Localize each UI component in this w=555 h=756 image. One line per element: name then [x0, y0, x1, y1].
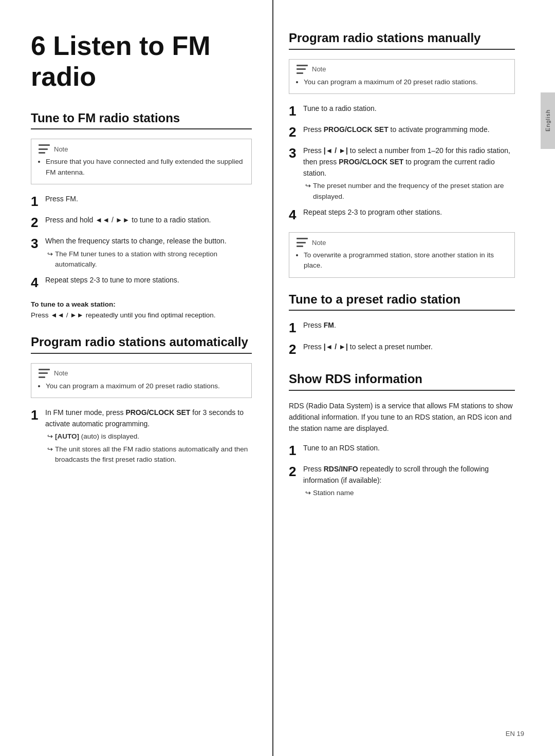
note-icon	[39, 144, 50, 154]
page: English 6 Listen to FM radio Tune to FM …	[0, 0, 555, 756]
chapter-title: 6 Listen to FM radio	[31, 31, 252, 92]
note-icon-overwrite	[297, 238, 308, 247]
step-3-num: 3	[31, 236, 45, 252]
step-4-num: 4	[31, 275, 45, 291]
rds-step-1: 1 Tune to an RDS station.	[289, 443, 515, 459]
step-4: 4 Repeat steps 2-3 to tune to more stati…	[31, 275, 252, 291]
step-3: 3 When the frequency starts to change, r…	[31, 236, 252, 270]
note-icon-manual	[297, 65, 308, 74]
manual-step-4: 4 Repeat steps 2-3 to program other stat…	[289, 207, 515, 223]
auto-arrow-text-2: The unit stores all the FM radio station…	[55, 444, 252, 465]
manual-step-1: 1 Tune to a radio station.	[289, 103, 515, 119]
note-text-tune-fm: Ensure that you have connected and fully…	[39, 157, 244, 178]
rds-step-1-num: 1	[289, 443, 303, 459]
preset-step-2-text: Press |◄ / ►| to select a preset number.	[303, 342, 515, 353]
note-icon-auto	[39, 369, 50, 378]
note-box-manual: Note You can program a maximum of 20 pre…	[289, 59, 515, 94]
rds-step-2-num: 2	[289, 464, 303, 480]
steps-auto: 1 In FM tuner mode, press PROG/CLOCK SET…	[31, 407, 252, 465]
rds-step-1-text: Tune to an RDS station.	[303, 443, 515, 454]
step-2-text: Press and hold ◄◄ / ►► to tune to a radi…	[45, 215, 252, 226]
manual-arrow-note-1: ↪ The preset number and the frequency of…	[305, 181, 515, 202]
section-manual-heading: Program radio stations manually	[289, 31, 515, 50]
step-3-text: When the frequency starts to change, rel…	[45, 236, 252, 270]
preset-step-1-text: Press FM.	[303, 320, 515, 331]
arrow-note-1: ↪ The FM tuner tunes to a station with s…	[47, 249, 252, 270]
preset-step-1: 1 Press FM.	[289, 320, 515, 336]
note-text-manual: You can program a maximum of 20 preset r…	[297, 77, 507, 87]
manual-step-3: 3 Press |◄ / ►| to select a number from …	[289, 145, 515, 202]
steps-rds: 1 Tune to an RDS station. 2 Press RDS/IN…	[289, 443, 515, 499]
auto-step-1: 1 In FM tuner mode, press PROG/CLOCK SET…	[31, 407, 252, 465]
language-tab: English	[541, 92, 555, 149]
step-2: 2 Press and hold ◄◄ / ►► to tune to a ra…	[31, 215, 252, 231]
manual-step-1-num: 1	[289, 103, 303, 119]
rds-step-2-text: Press RDS/INFO repeatedly to scroll thro…	[303, 464, 515, 499]
note-text-overwrite: To overwrite a programmed station, store…	[297, 250, 507, 271]
section-preset-heading: Tune to a preset radio station	[289, 292, 515, 311]
rds-arrow-note-1: ↪ Station name	[305, 488, 515, 498]
note-label-overwrite: Note	[312, 239, 326, 247]
note-label: Note	[54, 145, 68, 153]
note-box-overwrite: Note To overwrite a programmed station, …	[289, 232, 515, 278]
section-tune-fm-heading: Tune to FM radio stations	[31, 111, 252, 130]
manual-step-4-text: Repeat steps 2-3 to program other statio…	[303, 207, 515, 218]
step-1: 1 Press FM.	[31, 194, 252, 210]
footer: EN 19	[506, 730, 524, 738]
note-item-manual: You can program a maximum of 20 preset r…	[304, 77, 507, 87]
language-label: English	[545, 109, 551, 131]
auto-arrow-text-1: [AUTO] (auto) is displayed.	[55, 431, 139, 442]
note-label-manual: Note	[312, 65, 326, 73]
note-item: Ensure that you have connected and fully…	[46, 157, 244, 178]
note-header-manual: Note	[297, 65, 507, 74]
manual-step-2-num: 2	[289, 124, 303, 140]
right-column: Program radio stations manually Note You…	[272, 0, 541, 756]
preset-step-2-num: 2	[289, 342, 303, 357]
steps-tune-fm: 1 Press FM. 2 Press and hold ◄◄ / ►► to …	[31, 194, 252, 291]
arrow-icon-manual-1: ↪	[305, 181, 311, 191]
section-manual-program: Program radio stations manually Note You…	[289, 31, 515, 278]
arrow-icon-auto-2: ↪	[47, 444, 53, 455]
section-auto-program-heading: Program radio stations automatically	[31, 335, 252, 354]
section-tune-fm: Tune to FM radio stations Note Ensure th…	[31, 111, 252, 320]
manual-step-3-num: 3	[289, 145, 303, 161]
manual-step-2-text: Press PROG/CLOCK SET to activate program…	[303, 124, 515, 136]
note-header: Note	[39, 144, 244, 154]
section-rds-heading: Show RDS information	[289, 372, 515, 391]
note-header-auto: Note	[39, 369, 244, 378]
rds-step-2: 2 Press RDS/INFO repeatedly to scroll th…	[289, 464, 515, 499]
step-2-num: 2	[31, 215, 45, 231]
step-1-text: Press FM.	[45, 194, 252, 205]
manual-step-2: 2 Press PROG/CLOCK SET to activate progr…	[289, 124, 515, 140]
section-preset-tune: Tune to a preset radio station 1 Press F…	[289, 292, 515, 357]
note-header-overwrite: Note	[297, 238, 507, 247]
steps-preset: 1 Press FM. 2 Press |◄ / ►| to select a …	[289, 320, 515, 357]
manual-step-4-num: 4	[289, 207, 303, 223]
auto-step-1-num: 1	[31, 407, 45, 423]
arrow-note-text-1: The FM tuner tunes to a station with str…	[55, 249, 252, 270]
arrow-icon-rds: ↪	[305, 488, 311, 498]
rds-arrow-text-1: Station name	[313, 488, 354, 498]
manual-step-3-text: Press |◄ / ►| to select a number from 1–…	[303, 145, 515, 202]
steps-manual: 1 Tune to a radio station. 2 Press PROG/…	[289, 103, 515, 223]
step-4-text: Repeat steps 2-3 to tune to more station…	[45, 275, 252, 286]
note-text-auto: You can program a maximum of 20 preset r…	[39, 381, 244, 391]
section-auto-program: Program radio stations automatically Not…	[31, 335, 252, 465]
note-item-overwrite: To overwrite a programmed station, store…	[304, 250, 507, 271]
sub-heading-weak-station: To tune to a weak station:	[31, 300, 252, 308]
manual-step-1-text: Tune to a radio station.	[303, 103, 515, 115]
preset-step-1-num: 1	[289, 320, 303, 336]
manual-arrow-text-1: The preset number and the frequency of t…	[313, 181, 515, 202]
note-box-auto: Note You can program a maximum of 20 pre…	[31, 363, 252, 398]
auto-step-1-text: In FM tuner mode, press PROG/CLOCK SET f…	[45, 407, 252, 465]
arrow-icon-auto-1: ↪	[47, 431, 53, 442]
auto-arrow-note-1: ↪ [AUTO] (auto) is displayed.	[47, 431, 252, 442]
auto-arrow-note-2: ↪ The unit stores all the FM radio stati…	[47, 444, 252, 465]
note-label-auto: Note	[54, 369, 68, 377]
arrow-icon: ↪	[47, 249, 53, 259]
sub-text-weak-station: Press ◄◄ / ►► repeatedly until you find …	[31, 310, 252, 320]
rds-intro: RDS (Radio Data System) is a service tha…	[289, 400, 515, 434]
note-item-auto: You can program a maximum of 20 preset r…	[46, 381, 244, 391]
preset-step-2: 2 Press |◄ / ►| to select a preset numbe…	[289, 342, 515, 357]
step-1-num: 1	[31, 194, 45, 210]
